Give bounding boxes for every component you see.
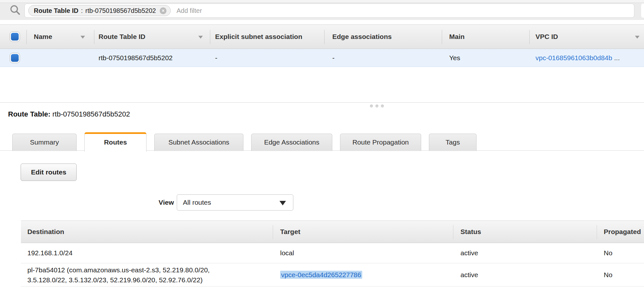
sort-caret-icon[interactable] — [635, 36, 639, 39]
cell-target: vpce-0ec5da4d265227786 — [280, 263, 362, 286]
vpc-route-tables-screen: Route Table ID : rtb-0750198567d5b5202 ×… — [0, 0, 644, 291]
route-tables-header-row: Name Route Table ID Explicit subnet asso… — [0, 24, 644, 49]
column-divider — [94, 30, 94, 44]
filter-bar: Route Table ID : rtb-0750198567d5b5202 × — [0, 0, 644, 20]
drag-dot-icon — [381, 105, 384, 108]
column-header-target: Target — [280, 221, 300, 243]
cell-explicit-subnet-association: - — [215, 49, 217, 67]
view-selected-option: All routes — [183, 199, 211, 206]
column-divider — [273, 225, 273, 239]
drag-dot-icon — [370, 105, 373, 108]
remove-filter-icon[interactable]: × — [160, 7, 166, 14]
tab-edge-associations[interactable]: Edge Associations — [251, 134, 332, 151]
detail-tabs: Summary Routes Subnet Associations Edge … — [12, 132, 477, 151]
routes-header-row: Destination Target Status Propagated — [21, 221, 644, 243]
filter-search-input[interactable]: Route Table ID : rtb-0750198567d5b5202 × — [24, 4, 634, 18]
sort-caret-icon[interactable] — [80, 36, 85, 39]
column-divider — [26, 30, 27, 44]
detail-heading-label: Route Table: — [8, 110, 51, 118]
cell-status: active — [460, 263, 478, 286]
cell-propagated: No — [604, 263, 612, 286]
cell-destination: 192.168.1.0/24 — [27, 243, 72, 263]
column-header-edge-associations[interactable]: Edge associations — [332, 25, 392, 49]
column-divider — [453, 225, 453, 239]
vpc-id-truncation: ... — [614, 54, 620, 61]
add-filter-input[interactable] — [176, 7, 305, 14]
cell-destination: pl-7ba54012 (com.amazonaws.us-east-2.s3,… — [27, 265, 231, 285]
panel-resize-handle[interactable] — [370, 105, 384, 108]
filter-tag-separator: : — [81, 7, 83, 14]
row-checkbox[interactable] — [10, 53, 20, 63]
cell-status: active — [460, 243, 478, 263]
tab-summary[interactable]: Summary — [12, 134, 77, 151]
cell-main: Yes — [449, 49, 460, 67]
sort-caret-icon[interactable] — [198, 36, 203, 39]
cell-target: local — [280, 243, 294, 263]
cell-edge-associations: - — [332, 49, 335, 67]
filter-tag-label: Route Table ID — [34, 7, 79, 14]
column-header-propagated: Propagated — [604, 221, 641, 243]
column-divider — [597, 225, 597, 239]
vpc-id-link[interactable]: vpc-01685961063b0d84b — [535, 54, 612, 61]
detail-heading-value: rtb-0750198567d5b5202 — [52, 110, 130, 118]
column-divider — [529, 30, 530, 44]
column-header-route-table-id[interactable]: Route Table ID — [99, 25, 145, 49]
column-header-destination: Destination — [27, 221, 64, 243]
route-table-row[interactable]: rtb-0750198567d5b5202 - - Yes vpc-016859… — [0, 49, 644, 67]
cell-route-table-id: rtb-0750198567d5b5202 — [99, 49, 173, 67]
column-header-main[interactable]: Main — [449, 25, 465, 49]
column-header-status: Status — [460, 221, 481, 243]
column-header-explicit-subnet-association[interactable]: Explicit subnet association — [215, 25, 302, 49]
tab-route-propagation[interactable]: Route Propagation — [340, 134, 421, 151]
view-select[interactable]: All routes — [177, 194, 293, 211]
detail-heading: Route Table: rtb-0750198567d5b5202 — [8, 110, 130, 118]
chevron-down-icon — [279, 201, 286, 205]
checkbox-checked-icon — [11, 33, 19, 41]
tab-tags[interactable]: Tags — [429, 134, 477, 151]
filter-bar-top-strip — [0, 0, 644, 3]
vpce-target-link[interactable]: vpce-0ec5da4d265227786 — [280, 271, 362, 279]
route-row: pl-7ba54012 (com.amazonaws.us-east-2.s3,… — [21, 263, 644, 286]
cell-vpc-id: vpc-01685961063b0d84b... — [535, 49, 620, 67]
column-divider — [210, 30, 210, 44]
select-all-checkbox[interactable] — [10, 32, 20, 42]
tab-routes[interactable]: Routes — [84, 132, 147, 152]
checkbox-checked-icon — [11, 54, 19, 62]
column-header-name[interactable]: Name — [34, 25, 52, 49]
tab-subnet-associations[interactable]: Subnet Associations — [154, 134, 243, 151]
column-divider — [442, 30, 442, 44]
right-edge-panel-sliver — [641, 4, 644, 18]
column-header-vpc-id[interactable]: VPC ID — [535, 25, 558, 49]
edit-routes-button[interactable]: Edit routes — [21, 164, 77, 181]
routes-table: Destination Target Status Propagated 192… — [21, 221, 644, 286]
filter-tag-value: rtb-0750198567d5b5202 — [85, 7, 156, 14]
cell-propagated: No — [604, 243, 612, 263]
view-label: View — [147, 194, 174, 211]
route-row: 192.168.1.0/24 local active No — [21, 243, 644, 263]
search-icon — [9, 4, 21, 16]
drag-dot-icon — [375, 105, 378, 108]
panel-divider — [0, 102, 644, 103]
filter-tag[interactable]: Route Table ID : rtb-0750198567d5b5202 × — [28, 5, 171, 16]
column-divider — [324, 30, 325, 44]
